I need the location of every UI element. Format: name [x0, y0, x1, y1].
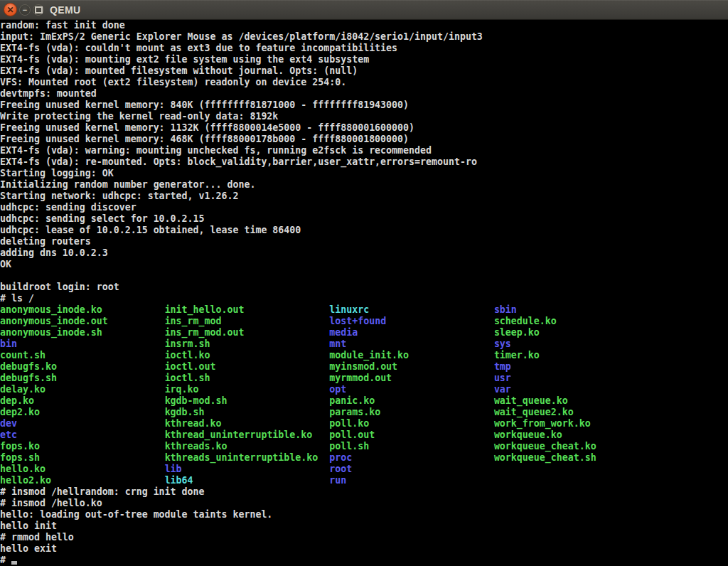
terminal-line: Initializing random number generator... … [0, 179, 728, 191]
terminal-line: hello2.ko lib64 run [0, 475, 728, 486]
terminal-line: Write protecting the kernel read-only da… [0, 111, 728, 122]
terminal-line: EXT4-fs (vda): mounting ext2 file system… [0, 54, 728, 65]
minimize-button[interactable]: − [19, 4, 31, 16]
terminal-line: udhcpc: lease of 10.0.2.15 obtained, lea… [0, 225, 728, 236]
terminal-line: dep2.ko kgdb.sh params.ko wait_queue2.ko [0, 407, 728, 418]
terminal-line: EXT4-fs (vda): couldn't mount as ext3 du… [0, 43, 728, 54]
prompt-line: # [0, 555, 728, 566]
terminal-line: delay.ko irq.ko opt var [0, 384, 728, 395]
terminal-line: # rmmod hello [0, 532, 728, 543]
terminal-line: anonymous_inode.ko init_hello.out linuxr… [0, 304, 728, 316]
prompt-text: # [0, 555, 11, 565]
window-title: QEMU [50, 0, 81, 20]
terminal-line: EXT4-fs (vda): mounted filesystem withou… [0, 65, 728, 77]
terminal-line: OK [0, 259, 728, 270]
terminal-line: Freeing unused kernel memory: 1132K (fff… [0, 122, 728, 134]
terminal-line: Starting logging: OK [0, 168, 728, 179]
terminal-line: fops.sh kthreads_uninterruptible.ko proc… [0, 452, 728, 464]
terminal-line: etc kthread_uninterruptible.ko poll.out … [0, 429, 728, 441]
terminal-line: input: ImExPS/2 Generic Explorer Mouse a… [0, 31, 728, 43]
terminal-line: # insmod /hellrandom: crng init done [0, 486, 728, 498]
terminal-line: deleting routers [0, 236, 728, 247]
terminal-line: adding dns 10.0.2.3 [0, 247, 728, 259]
terminal-line [0, 270, 728, 282]
terminal-cursor [11, 561, 17, 565]
terminal-line: EXT4-fs (vda): warning: mounting uncheck… [0, 145, 728, 156]
terminal-line: anonymous_inode.out ins_rm_mod lost+foun… [0, 316, 728, 327]
close-button[interactable]: ✕ [4, 3, 17, 16]
terminal-line: udhcpc: sending discover [0, 202, 728, 213]
terminal-line: devtmpfs: mounted [0, 88, 728, 100]
terminal-line: random: fast init done [0, 20, 728, 31]
terminal-line: anonymous_inode.sh ins_rm_mod.out media … [0, 327, 728, 338]
terminal-line: Freeing unused kernel memory: 840K (ffff… [0, 100, 728, 111]
terminal-line: hello init [0, 520, 728, 532]
terminal-line: Freeing unused kernel memory: 468K (ffff… [0, 134, 728, 145]
terminal-line: bin insrm.sh mnt sys [0, 338, 728, 350]
terminal-line: # insmod /hello.ko [0, 498, 728, 509]
terminal-line: buildroot login: root [0, 282, 728, 293]
terminal-line: debugfs.ko ioctl.out myinsmod.out tmp [0, 361, 728, 373]
maximize-icon [35, 6, 43, 14]
terminal-output: random: fast init doneinput: ImExPS/2 Ge… [0, 20, 728, 555]
terminal-line: hello.ko lib root [0, 464, 728, 475]
terminal-line: udhcpc: sending select for 10.0.2.15 [0, 213, 728, 225]
qemu-window: ✕ − QEMU random: fast init doneinput: Im… [0, 0, 728, 566]
window-titlebar[interactable]: ✕ − QEMU [0, 0, 728, 20]
terminal-line: dep.ko kgdb-mod.sh panic.ko wait_queue.k… [0, 395, 728, 407]
terminal-line: fops.ko kthreads.ko poll.sh workqueue_ch… [0, 441, 728, 452]
maximize-button[interactable] [33, 4, 44, 16]
terminal-line: EXT4-fs (vda): re-mounted. Opts: block_v… [0, 156, 728, 168]
terminal-line: hello exit [0, 543, 728, 555]
terminal-line: hello: loading out-of-tree module taints… [0, 509, 728, 520]
close-icon: ✕ [6, 6, 14, 14]
terminal-line: debugfs.sh ioctl.sh myrmmod.out usr [0, 373, 728, 384]
terminal-line: dev kthread.ko poll.ko work_from_work.ko [0, 418, 728, 429]
terminal-line: count.sh ioctl.ko module_init.ko timer.k… [0, 350, 728, 361]
minimize-icon: − [23, 6, 27, 14]
terminal-line: VFS: Mounted root (ext2 filesystem) read… [0, 77, 728, 88]
terminal-line: # ls / [0, 293, 728, 304]
terminal[interactable]: random: fast init doneinput: ImExPS/2 Ge… [0, 20, 728, 566]
terminal-line: Starting network: udhcpc: started, v1.26… [0, 191, 728, 202]
